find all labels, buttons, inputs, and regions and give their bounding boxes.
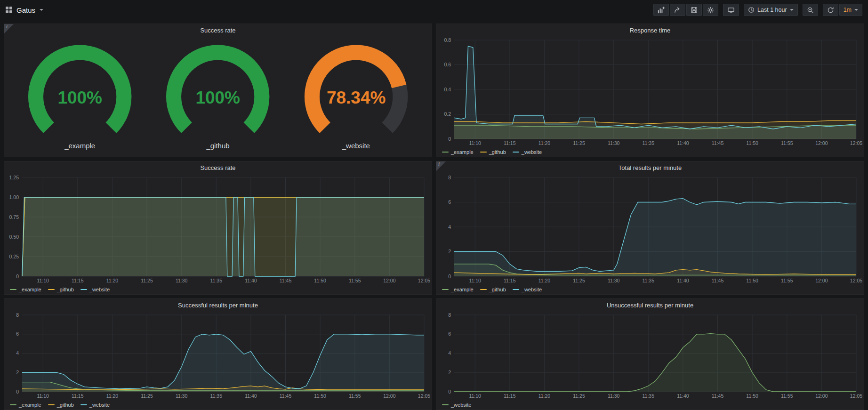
unsuccessful-results-chart[interactable]: 11:1011:1511:2011:2511:3011:3511:4011:45… <box>436 311 864 400</box>
svg-text:11:15: 11:15 <box>504 140 516 146</box>
legend-item-_example[interactable]: _example <box>10 287 41 292</box>
legend-series-label: _example <box>451 287 474 292</box>
panel-title: Successful results per minute <box>178 302 258 309</box>
svg-text:6: 6 <box>448 199 451 205</box>
caret-down-icon <box>40 9 43 11</box>
gauge-example: 100% _example <box>11 41 149 150</box>
clock-icon <box>748 7 755 13</box>
svg-text:11:35: 11:35 <box>643 140 655 146</box>
panel-title: Unsuccessful results per minute <box>607 302 693 309</box>
svg-text:6: 6 <box>448 331 451 337</box>
svg-text:11:55: 11:55 <box>781 278 793 283</box>
svg-text:6: 6 <box>16 331 19 337</box>
svg-text:0.6: 0.6 <box>444 62 451 67</box>
panel-header[interactable]: Success rate <box>4 24 432 36</box>
legend-item-_github[interactable]: _github <box>48 287 74 292</box>
legend-series-label: _github <box>489 149 506 155</box>
legend-item-_example[interactable]: _example <box>10 402 41 408</box>
legend-item-_website[interactable]: _website <box>513 149 542 155</box>
legend-series-label: _website <box>89 287 110 292</box>
share-button[interactable] <box>670 4 685 16</box>
zoom-out-button[interactable] <box>803 4 818 16</box>
svg-text:2: 2 <box>448 249 451 254</box>
save-button[interactable] <box>686 4 702 16</box>
svg-text:100%: 100% <box>57 88 102 107</box>
refresh-interval-picker[interactable]: 1m <box>839 4 862 16</box>
svg-text:2: 2 <box>448 370 451 375</box>
svg-text:11:35: 11:35 <box>643 278 655 283</box>
legend-series-label: _example <box>19 402 41 408</box>
gauge-github: 100% _github <box>149 41 287 150</box>
successful-results-chart[interactable]: 11:1011:1511:2011:2511:3011:3511:4011:45… <box>4 311 432 400</box>
svg-text:11:55: 11:55 <box>349 278 361 283</box>
cycle-view-icon <box>727 7 735 14</box>
legend-series-label: _github <box>489 287 506 292</box>
time-range-picker[interactable]: Last 1 hour <box>744 4 798 16</box>
svg-text:11:15: 11:15 <box>504 393 516 399</box>
panel-header[interactable]: Response time <box>436 24 864 36</box>
legend-item-_github[interactable]: _github <box>480 287 506 292</box>
svg-text:11:55: 11:55 <box>781 140 793 146</box>
cycle-view-button[interactable] <box>723 4 739 16</box>
gauges-body: 100% _example 100% _github 78.34% _websi… <box>4 36 432 157</box>
svg-text:11:20: 11:20 <box>106 393 119 399</box>
svg-text:8: 8 <box>16 312 19 318</box>
svg-text:11:45: 11:45 <box>712 140 724 146</box>
panel-header[interactable]: Unsuccessful results per minute <box>436 299 864 311</box>
chart-legend: _website <box>436 400 864 410</box>
svg-text:8: 8 <box>448 175 451 180</box>
apps-grid-icon <box>6 7 12 13</box>
panel-info-icon[interactable]: i <box>436 161 446 171</box>
svg-text:11:25: 11:25 <box>141 278 153 283</box>
svg-text:11:45: 11:45 <box>712 393 724 399</box>
refresh-button[interactable] <box>823 4 838 16</box>
svg-text:78.34%: 78.34% <box>327 88 386 107</box>
chart-legend: _example_github_website <box>4 400 432 410</box>
dashboard-title-button[interactable]: Gatus <box>6 6 43 14</box>
panel-info-icon[interactable]: i <box>4 24 14 33</box>
add-panel-button[interactable] <box>653 4 669 16</box>
svg-text:4: 4 <box>16 350 19 356</box>
svg-text:0: 0 <box>448 136 451 142</box>
panel-successful-results: Successful results per minute 11:1011:15… <box>4 298 432 410</box>
svg-text:0.25: 0.25 <box>9 254 19 259</box>
svg-text:11:50: 11:50 <box>746 140 758 146</box>
panel-unsuccessful-results: Unsuccessful results per minute 11:1011:… <box>436 298 864 410</box>
legend-item-_example[interactable]: _example <box>442 149 474 155</box>
gauge-label: _github <box>149 142 287 150</box>
zoom-out-icon <box>807 7 814 14</box>
svg-text:0.50: 0.50 <box>9 234 19 240</box>
svg-text:11:50: 11:50 <box>314 393 326 399</box>
panel-title: Success rate <box>200 27 235 34</box>
legend-item-_website[interactable]: _website <box>80 287 110 292</box>
legend-item-_example[interactable]: _example <box>442 287 474 292</box>
panel-header[interactable]: Successful results per minute <box>4 299 432 311</box>
chart-legend: _example_github_website <box>436 147 864 157</box>
response-time-chart[interactable]: 11:1011:1511:2011:2511:3011:3511:4011:45… <box>436 36 864 147</box>
legend-series-label: _example <box>451 149 474 155</box>
svg-text:12:00: 12:00 <box>815 140 828 146</box>
legend-item-_github[interactable]: _github <box>48 402 74 408</box>
legend-item-_website[interactable]: _website <box>442 402 471 408</box>
legend-item-_website[interactable]: _website <box>80 402 110 408</box>
legend-series-label: _website <box>522 149 542 155</box>
svg-text:4: 4 <box>448 224 451 230</box>
svg-text:11:25: 11:25 <box>573 393 585 399</box>
panel-header[interactable]: Total results per minute <box>436 161 864 174</box>
settings-button[interactable] <box>703 4 718 16</box>
legend-item-_github[interactable]: _github <box>480 149 506 155</box>
svg-text:0: 0 <box>448 389 451 394</box>
chart-legend: _example_github_website <box>4 285 432 294</box>
total-results-chart[interactable]: 11:1011:1511:2011:2511:3011:3511:4011:45… <box>436 174 864 285</box>
legend-swatch <box>513 289 519 290</box>
legend-item-_website[interactable]: _website <box>513 287 542 292</box>
settings-gear-icon <box>707 7 714 14</box>
panel-header[interactable]: Success rate <box>4 161 432 174</box>
gauge-website: 78.34% _website <box>287 41 425 150</box>
success-rate-chart[interactable]: 11:1011:1511:2011:2511:3011:3511:4011:45… <box>4 174 432 285</box>
svg-text:0: 0 <box>16 273 19 279</box>
share-icon <box>674 7 681 14</box>
legend-swatch <box>48 289 55 290</box>
legend-swatch <box>80 404 87 405</box>
svg-text:11:40: 11:40 <box>677 278 689 283</box>
